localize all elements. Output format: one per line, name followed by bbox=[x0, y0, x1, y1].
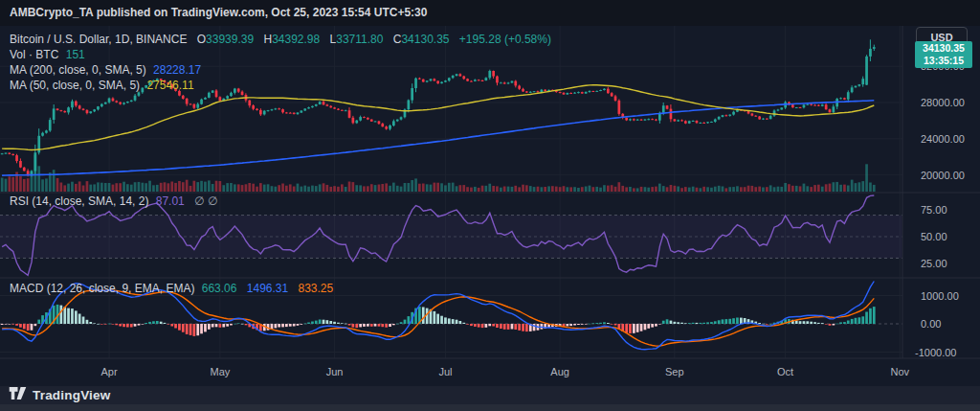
tradingview-logo-icon bbox=[9, 386, 27, 404]
last-price-value: 34130.35 bbox=[915, 42, 972, 55]
footer: TradingView bbox=[0, 386, 980, 411]
tradingview-snapshot: AMBCrypto_TA published on TradingView.co… bbox=[0, 0, 980, 411]
svg-text:50.00: 50.00 bbox=[921, 231, 947, 242]
svg-text:May: May bbox=[211, 366, 231, 377]
svg-text:20000.00: 20000.00 bbox=[921, 170, 965, 181]
svg-text:Jun: Jun bbox=[326, 366, 344, 377]
price-axis-labels: 32000.0028000.0024000.0020000.0075.0050.… bbox=[915, 60, 965, 357]
tradingview-brand-text[interactable]: TradingView bbox=[33, 388, 110, 402]
rsi-band bbox=[0, 216, 902, 259]
chart-area: 32000.0028000.0024000.0020000.0075.0050.… bbox=[0, 26, 980, 386]
svg-text:Sep: Sep bbox=[665, 366, 684, 377]
time-axis-labels[interactable]: AprMayJunJulAugSepOctNov bbox=[101, 366, 910, 377]
svg-text:75.00: 75.00 bbox=[921, 204, 947, 216]
ma200-line bbox=[2, 101, 874, 175]
volume-series bbox=[1, 155, 876, 192]
svg-text:Nov: Nov bbox=[891, 366, 910, 377]
svg-text:Apr: Apr bbox=[101, 366, 118, 377]
svg-text:25.00: 25.00 bbox=[921, 258, 947, 269]
svg-text:24000.00: 24000.00 bbox=[921, 133, 965, 145]
svg-text:Aug: Aug bbox=[550, 366, 569, 377]
publish-text: AMBCrypto_TA published on TradingView.co… bbox=[10, 6, 427, 19]
svg-text:Jul: Jul bbox=[438, 366, 452, 377]
bar-countdown: 13:35:15 bbox=[915, 55, 972, 67]
last-price-badge: 34130.35 13:35:15 bbox=[915, 41, 972, 68]
bottom-strip bbox=[0, 404, 980, 411]
svg-text:Oct: Oct bbox=[777, 366, 793, 377]
ma50-line bbox=[2, 85, 874, 150]
publish-bar: AMBCrypto_TA published on TradingView.co… bbox=[0, 0, 980, 26]
svg-text:0.00: 0.00 bbox=[921, 318, 941, 330]
price-chart-canvas: 32000.0028000.0024000.0020000.0075.0050.… bbox=[0, 26, 980, 386]
svg-text:-1000.00: -1000.00 bbox=[915, 347, 956, 358]
svg-text:1000.00: 1000.00 bbox=[921, 290, 959, 302]
macd-histogram bbox=[1, 305, 876, 336]
svg-text:28000.00: 28000.00 bbox=[921, 97, 965, 108]
